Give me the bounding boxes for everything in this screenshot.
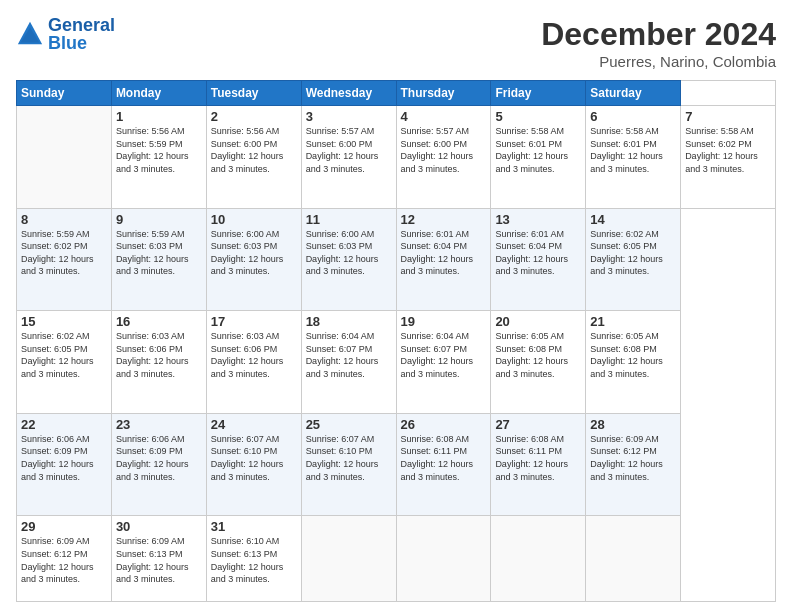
day-number: 19 bbox=[401, 314, 487, 329]
day-number: 28 bbox=[590, 417, 676, 432]
page-title: December 2024 bbox=[541, 16, 776, 53]
day-number: 29 bbox=[21, 519, 107, 534]
table-row: 4Sunrise: 5:57 AMSunset: 6:00 PMDaylight… bbox=[396, 106, 491, 209]
table-row: 27Sunrise: 6:08 AMSunset: 6:11 PMDayligh… bbox=[491, 413, 586, 516]
day-info: Sunrise: 6:09 AMSunset: 6:12 PMDaylight:… bbox=[21, 535, 107, 585]
day-number: 18 bbox=[306, 314, 392, 329]
table-row: 9Sunrise: 5:59 AMSunset: 6:03 PMDaylight… bbox=[111, 208, 206, 311]
day-number: 17 bbox=[211, 314, 297, 329]
day-info: Sunrise: 6:03 AMSunset: 6:06 PMDaylight:… bbox=[211, 330, 297, 380]
day-number: 2 bbox=[211, 109, 297, 124]
table-row: 17Sunrise: 6:03 AMSunset: 6:06 PMDayligh… bbox=[206, 311, 301, 414]
day-number: 6 bbox=[590, 109, 676, 124]
day-info: Sunrise: 6:02 AMSunset: 6:05 PMDaylight:… bbox=[590, 228, 676, 278]
table-row: 26Sunrise: 6:08 AMSunset: 6:11 PMDayligh… bbox=[396, 413, 491, 516]
day-info: Sunrise: 6:03 AMSunset: 6:06 PMDaylight:… bbox=[116, 330, 202, 380]
day-info: Sunrise: 5:56 AMSunset: 6:00 PMDaylight:… bbox=[211, 125, 297, 175]
day-info: Sunrise: 6:01 AMSunset: 6:04 PMDaylight:… bbox=[495, 228, 581, 278]
title-block: December 2024 Puerres, Narino, Colombia bbox=[541, 16, 776, 70]
table-row: 14Sunrise: 6:02 AMSunset: 6:05 PMDayligh… bbox=[586, 208, 681, 311]
day-number: 24 bbox=[211, 417, 297, 432]
table-row: 31Sunrise: 6:10 AMSunset: 6:13 PMDayligh… bbox=[206, 516, 301, 602]
table-row: 3Sunrise: 5:57 AMSunset: 6:00 PMDaylight… bbox=[301, 106, 396, 209]
day-number: 26 bbox=[401, 417, 487, 432]
table-row: 23Sunrise: 6:06 AMSunset: 6:09 PMDayligh… bbox=[111, 413, 206, 516]
logo: General Blue bbox=[16, 16, 115, 52]
table-row bbox=[396, 516, 491, 602]
day-info: Sunrise: 6:06 AMSunset: 6:09 PMDaylight:… bbox=[21, 433, 107, 483]
table-row: 25Sunrise: 6:07 AMSunset: 6:10 PMDayligh… bbox=[301, 413, 396, 516]
day-info: Sunrise: 5:58 AMSunset: 6:01 PMDaylight:… bbox=[495, 125, 581, 175]
day-info: Sunrise: 5:58 AMSunset: 6:01 PMDaylight:… bbox=[590, 125, 676, 175]
day-info: Sunrise: 5:56 AMSunset: 5:59 PMDaylight:… bbox=[116, 125, 202, 175]
page: General Blue December 2024 Puerres, Nari… bbox=[0, 0, 792, 612]
day-number: 23 bbox=[116, 417, 202, 432]
day-info: Sunrise: 5:59 AMSunset: 6:02 PMDaylight:… bbox=[21, 228, 107, 278]
logo-blue: Blue bbox=[48, 33, 87, 53]
logo-general: General bbox=[48, 15, 115, 35]
day-number: 5 bbox=[495, 109, 581, 124]
day-info: Sunrise: 6:06 AMSunset: 6:09 PMDaylight:… bbox=[116, 433, 202, 483]
table-row: 28Sunrise: 6:09 AMSunset: 6:12 PMDayligh… bbox=[586, 413, 681, 516]
day-info: Sunrise: 6:04 AMSunset: 6:07 PMDaylight:… bbox=[306, 330, 392, 380]
day-info: Sunrise: 6:07 AMSunset: 6:10 PMDaylight:… bbox=[306, 433, 392, 483]
day-number: 22 bbox=[21, 417, 107, 432]
table-row: 20Sunrise: 6:05 AMSunset: 6:08 PMDayligh… bbox=[491, 311, 586, 414]
day-info: Sunrise: 6:00 AMSunset: 6:03 PMDaylight:… bbox=[211, 228, 297, 278]
weekday-header-monday: Monday bbox=[111, 81, 206, 106]
table-row: 18Sunrise: 6:04 AMSunset: 6:07 PMDayligh… bbox=[301, 311, 396, 414]
calendar-table: SundayMondayTuesdayWednesdayThursdayFrid… bbox=[16, 80, 776, 602]
table-row: 21Sunrise: 6:05 AMSunset: 6:08 PMDayligh… bbox=[586, 311, 681, 414]
table-row: 7Sunrise: 5:58 AMSunset: 6:02 PMDaylight… bbox=[681, 106, 776, 209]
day-number: 4 bbox=[401, 109, 487, 124]
day-info: Sunrise: 6:07 AMSunset: 6:10 PMDaylight:… bbox=[211, 433, 297, 483]
day-number: 1 bbox=[116, 109, 202, 124]
day-number: 13 bbox=[495, 212, 581, 227]
table-row: 30Sunrise: 6:09 AMSunset: 6:13 PMDayligh… bbox=[111, 516, 206, 602]
table-row bbox=[491, 516, 586, 602]
table-row: 12Sunrise: 6:01 AMSunset: 6:04 PMDayligh… bbox=[396, 208, 491, 311]
weekday-header-tuesday: Tuesday bbox=[206, 81, 301, 106]
table-row: 6Sunrise: 5:58 AMSunset: 6:01 PMDaylight… bbox=[586, 106, 681, 209]
logo-icon bbox=[16, 20, 44, 48]
table-row: 15Sunrise: 6:02 AMSunset: 6:05 PMDayligh… bbox=[17, 311, 112, 414]
table-row: 13Sunrise: 6:01 AMSunset: 6:04 PMDayligh… bbox=[491, 208, 586, 311]
day-info: Sunrise: 6:05 AMSunset: 6:08 PMDaylight:… bbox=[495, 330, 581, 380]
day-number: 15 bbox=[21, 314, 107, 329]
day-number: 20 bbox=[495, 314, 581, 329]
day-info: Sunrise: 6:01 AMSunset: 6:04 PMDaylight:… bbox=[401, 228, 487, 278]
table-row: 10Sunrise: 6:00 AMSunset: 6:03 PMDayligh… bbox=[206, 208, 301, 311]
table-row: 16Sunrise: 6:03 AMSunset: 6:06 PMDayligh… bbox=[111, 311, 206, 414]
day-info: Sunrise: 6:08 AMSunset: 6:11 PMDaylight:… bbox=[495, 433, 581, 483]
weekday-header-saturday: Saturday bbox=[586, 81, 681, 106]
day-info: Sunrise: 5:57 AMSunset: 6:00 PMDaylight:… bbox=[306, 125, 392, 175]
day-info: Sunrise: 5:57 AMSunset: 6:00 PMDaylight:… bbox=[401, 125, 487, 175]
day-number: 7 bbox=[685, 109, 771, 124]
day-number: 25 bbox=[306, 417, 392, 432]
table-row: 24Sunrise: 6:07 AMSunset: 6:10 PMDayligh… bbox=[206, 413, 301, 516]
table-row: 19Sunrise: 6:04 AMSunset: 6:07 PMDayligh… bbox=[396, 311, 491, 414]
day-info: Sunrise: 5:59 AMSunset: 6:03 PMDaylight:… bbox=[116, 228, 202, 278]
day-number: 11 bbox=[306, 212, 392, 227]
day-info: Sunrise: 6:00 AMSunset: 6:03 PMDaylight:… bbox=[306, 228, 392, 278]
table-row bbox=[301, 516, 396, 602]
weekday-header-wednesday: Wednesday bbox=[301, 81, 396, 106]
header: General Blue December 2024 Puerres, Nari… bbox=[16, 16, 776, 70]
day-number: 21 bbox=[590, 314, 676, 329]
table-row: 1Sunrise: 5:56 AMSunset: 5:59 PMDaylight… bbox=[111, 106, 206, 209]
day-info: Sunrise: 6:09 AMSunset: 6:13 PMDaylight:… bbox=[116, 535, 202, 585]
day-number: 14 bbox=[590, 212, 676, 227]
table-row: 22Sunrise: 6:06 AMSunset: 6:09 PMDayligh… bbox=[17, 413, 112, 516]
table-row: 5Sunrise: 5:58 AMSunset: 6:01 PMDaylight… bbox=[491, 106, 586, 209]
day-number: 16 bbox=[116, 314, 202, 329]
day-number: 3 bbox=[306, 109, 392, 124]
weekday-header-friday: Friday bbox=[491, 81, 586, 106]
day-number: 8 bbox=[21, 212, 107, 227]
day-number: 30 bbox=[116, 519, 202, 534]
table-row: 11Sunrise: 6:00 AMSunset: 6:03 PMDayligh… bbox=[301, 208, 396, 311]
table-row: 29Sunrise: 6:09 AMSunset: 6:12 PMDayligh… bbox=[17, 516, 112, 602]
day-number: 10 bbox=[211, 212, 297, 227]
day-number: 31 bbox=[211, 519, 297, 534]
day-number: 12 bbox=[401, 212, 487, 227]
day-info: Sunrise: 6:02 AMSunset: 6:05 PMDaylight:… bbox=[21, 330, 107, 380]
